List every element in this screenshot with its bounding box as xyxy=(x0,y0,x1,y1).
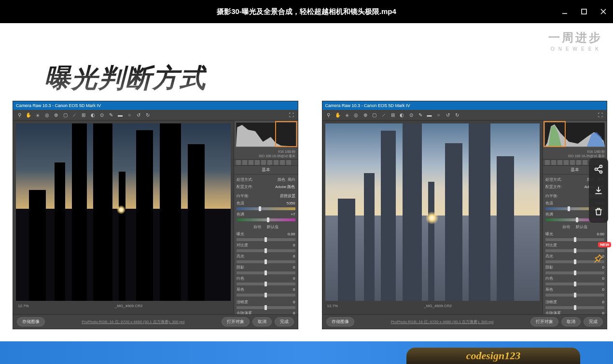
camera-raw-panel-right: Camera Raw 10.3 - Canon EOS 5D Mark IV ⚲… xyxy=(322,101,608,329)
exif-meta: f/16 1/80 秒 ISO 100 16-35@16 毫米 xyxy=(543,148,607,159)
default-button[interactable]: 默认值 xyxy=(576,224,587,229)
zoom-tool-icon[interactable]: ⚲ xyxy=(16,112,23,119)
filename: _MG_4609.CR2 xyxy=(424,304,452,308)
window-title: 摄影30-曝光及全景合成，轻松超越相机和镜头极限.mp4 xyxy=(217,7,396,16)
fullscreen-icon[interactable]: ⛶ xyxy=(288,112,295,119)
share-icon[interactable] xyxy=(593,164,604,175)
zoom-tool-icon[interactable]: ⚲ xyxy=(325,112,332,119)
footer-badge-text: codesign123 xyxy=(466,350,520,362)
redeye-tool-icon[interactable]: ⊙ xyxy=(98,112,105,119)
slider-exposure[interactable] xyxy=(545,238,604,241)
radial-tool-icon[interactable]: ○ xyxy=(435,112,442,119)
cancel-button[interactable]: 取消 xyxy=(561,317,581,326)
heal-tool-icon[interactable]: ◐ xyxy=(399,112,405,119)
trash-icon[interactable] xyxy=(593,206,604,217)
sampler-tool-icon[interactable]: ◎ xyxy=(353,112,360,119)
gradient-tool-icon[interactable]: ▬ xyxy=(117,112,124,119)
tab-strip[interactable] xyxy=(234,159,298,166)
slider-clarity[interactable] xyxy=(545,306,604,309)
new-badge: NEW xyxy=(598,242,611,247)
fullscreen-icon[interactable]: ⛶ xyxy=(597,112,604,119)
rotate-cw-icon[interactable]: ↻ xyxy=(454,112,460,119)
radial-tool-icon[interactable]: ○ xyxy=(126,112,133,119)
settings-side: f/16 1/80 秒 ISO 100 16-35@16 毫米 基本 处理方式:… xyxy=(234,121,298,314)
pin-icon[interactable] xyxy=(590,251,606,267)
slider-shadows[interactable] xyxy=(545,271,604,274)
slider-tint[interactable] xyxy=(237,218,295,221)
brush-tool-icon[interactable]: ✎ xyxy=(108,112,114,119)
cancel-button[interactable]: 取消 xyxy=(252,317,272,326)
crop-tool-icon[interactable]: ▢ xyxy=(371,112,378,119)
gradient-tool-icon[interactable]: ▬ xyxy=(426,112,433,119)
svg-point-4 xyxy=(600,165,602,168)
maximize-button[interactable] xyxy=(574,0,594,23)
target-tool-icon[interactable]: ⊕ xyxy=(53,112,59,119)
crop-tool-icon[interactable]: ▢ xyxy=(62,112,69,119)
wb-tool-icon[interactable]: ⚹ xyxy=(344,112,350,119)
wb-tool-icon[interactable]: ⚹ xyxy=(34,112,41,119)
slider-whites[interactable] xyxy=(545,283,604,285)
save-image-button[interactable]: 存储图像 xyxy=(17,317,45,326)
slider-whites[interactable] xyxy=(237,283,295,285)
cr-title: Camera Raw 10.3 - Canon EOS 5D Mark IV xyxy=(16,103,101,108)
rotate-ccw-icon[interactable]: ↺ xyxy=(135,112,142,119)
straighten-tool-icon[interactable]: ⟋ xyxy=(71,112,78,119)
redeye-tool-icon[interactable]: ⊙ xyxy=(408,112,415,119)
zoom-level[interactable]: 12.7% xyxy=(18,304,29,308)
watermark-en: ONEWEEK xyxy=(548,46,602,52)
cr-bottombar: 存储图像 ProPhoto RGB; 16 位; 6720 x 4480 (30… xyxy=(13,314,298,329)
cr-title: Camera Raw 10.3 - Canon EOS 5D Mark IV xyxy=(325,103,410,108)
slider-blacks[interactable] xyxy=(237,294,295,297)
histogram[interactable] xyxy=(236,122,296,147)
straighten-tool-icon[interactable]: ⟋ xyxy=(380,112,387,119)
download-icon[interactable] xyxy=(593,185,604,196)
transform-tool-icon[interactable]: ⊞ xyxy=(390,112,396,119)
histogram-wrap xyxy=(234,121,298,148)
svg-point-6 xyxy=(600,171,602,173)
default-button[interactable]: 默认值 xyxy=(267,224,279,229)
slider-highlights[interactable] xyxy=(237,260,295,263)
close-button[interactable] xyxy=(594,0,613,23)
svg-line-8 xyxy=(597,170,600,171)
auto-button[interactable]: 自动 xyxy=(253,224,261,229)
watermark: 一周进步 ONEWEEK xyxy=(548,30,602,52)
cr-toolbar: ⚲ ✋ ⚹ ◎ ⊕ ▢ ⟋ ⊞ ◐ ⊙ ✎ ▬ ○ ↺ ↻ ⛶ xyxy=(13,110,298,121)
zoom-level[interactable]: 12.7% xyxy=(327,304,338,308)
auto-button[interactable]: 自动 xyxy=(562,224,570,229)
photo-dark[interactable] xyxy=(16,123,231,301)
footer-bar: codesign123 xyxy=(0,341,613,364)
open-button[interactable]: 打开对象 xyxy=(530,317,558,326)
basic-settings: 处理方式:颜色 黑白 配置文件:Adobe 颜色 白平衡:原照设置 色温5350… xyxy=(234,175,298,314)
done-button[interactable]: 完成 xyxy=(275,317,294,326)
slider-clarity[interactable] xyxy=(237,306,295,309)
done-button[interactable]: 完成 xyxy=(584,317,603,326)
heal-tool-icon[interactable]: ◐ xyxy=(89,112,96,119)
slider-temp[interactable] xyxy=(237,207,295,210)
slider-contrast[interactable] xyxy=(237,249,295,252)
rotate-ccw-icon[interactable]: ↺ xyxy=(445,112,451,119)
slider-shadows[interactable] xyxy=(237,271,295,274)
slider-blacks[interactable] xyxy=(545,294,604,297)
cr-toolbar: ⚲ ✋ ⚹ ◎ ⊕ ▢ ⟋ ⊞ ◐ ⊙ ✎ ▬ ○ ↺ ↻ ⛶ xyxy=(322,110,607,121)
photo-bright[interactable] xyxy=(325,123,540,301)
slide-title: 曝光判断方式 xyxy=(44,61,207,96)
bottom-info[interactable]: ProPhoto RGB; 16 位; 6720 x 4480 (30.1 百万… xyxy=(82,319,184,324)
bottom-info[interactable]: ProPhoto RGB; 16 位; 6720 x 4480 (30.1 百万… xyxy=(391,319,494,324)
target-tool-icon[interactable]: ⊕ xyxy=(362,112,369,119)
transform-tool-icon[interactable]: ⊞ xyxy=(80,112,87,119)
exif-meta: f/16 1/80 秒 ISO 100 16-35@16 毫米 xyxy=(234,148,298,159)
brush-tool-icon[interactable]: ✎ xyxy=(417,112,424,119)
save-image-button[interactable]: 存储图像 xyxy=(326,317,354,326)
cr-titlebar: Camera Raw 10.3 - Canon EOS 5D Mark IV xyxy=(13,101,298,110)
slider-exposure[interactable] xyxy=(237,238,295,241)
preview-footer: 12.7% _MG_4609.CR2 xyxy=(325,301,540,310)
rotate-cw-icon[interactable]: ↻ xyxy=(144,112,151,119)
hand-tool-icon[interactable]: ✋ xyxy=(334,112,341,119)
window-titlebar: 摄影30-曝光及全景合成，轻松超越相机和镜头极限.mp4 xyxy=(0,0,613,23)
open-button[interactable]: 打开对象 xyxy=(222,317,250,326)
hand-tool-icon[interactable]: ✋ xyxy=(25,112,32,119)
histogram[interactable] xyxy=(544,122,605,147)
svg-point-5 xyxy=(595,168,598,171)
minimize-button[interactable] xyxy=(555,0,574,23)
sampler-tool-icon[interactable]: ◎ xyxy=(43,112,50,119)
